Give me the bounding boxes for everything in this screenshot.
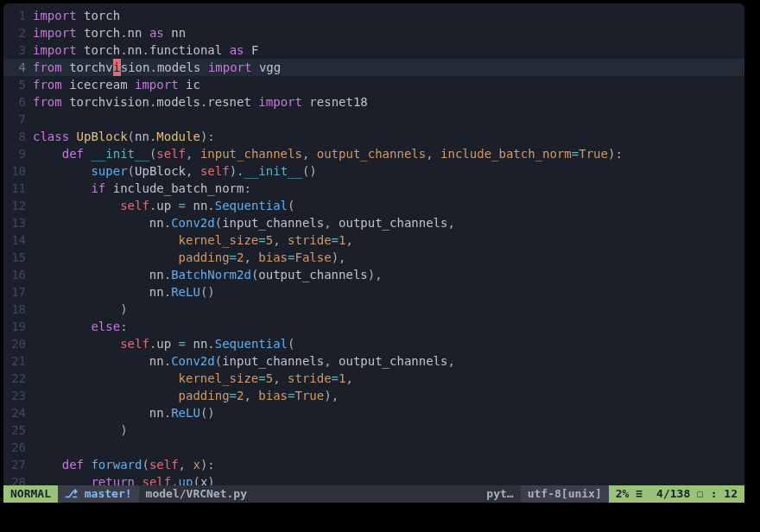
token: self: [120, 337, 149, 351]
line-content[interactable]: else:: [33, 318, 128, 335]
token: .: [164, 216, 171, 230]
token: =: [230, 250, 237, 264]
line-content[interactable]: nn.ReLU(): [33, 283, 215, 301]
line-content[interactable]: from torchvision.models.resnet import re…: [33, 93, 368, 111]
line-content[interactable]: from icecream import ic: [33, 76, 200, 93]
line-content[interactable]: def forward(self, x):: [33, 456, 215, 473]
token: [33, 389, 179, 402]
token: nn: [135, 130, 149, 143]
token: resnet: [207, 95, 258, 109]
code-line[interactable]: 24 nn.ReLU(): [3, 404, 744, 421]
token: ,: [345, 233, 352, 247]
line-content[interactable]: ): [33, 301, 128, 318]
token: True: [294, 389, 324, 402]
line-content[interactable]: if include_batch_norm:: [33, 180, 251, 197]
code-line[interactable]: 27 def forward(self, x):: [3, 456, 744, 473]
code-line[interactable]: 8class UpBlock(nn.Module):: [3, 128, 744, 145]
token: [33, 285, 149, 299]
code-line[interactable]: 16 nn.BatchNorm2d(output_channels),: [3, 266, 744, 283]
token: stride: [288, 371, 332, 385]
command-line[interactable]: [3, 503, 744, 518]
status-filename: model/VRCNet.py: [139, 485, 480, 503]
code-line[interactable]: 20 self.up = nn.Sequential(: [3, 335, 744, 352]
token: nn: [128, 26, 149, 40]
code-line[interactable]: 15 padding=2, bias=False),: [3, 249, 744, 266]
code-line[interactable]: 6from torchvision.models.resnet import r…: [3, 93, 744, 111]
line-content[interactable]: padding=2, bias=False),: [33, 249, 346, 266]
line-content[interactable]: super(UpBlock, self).__init__(): [33, 162, 317, 180]
token: False: [294, 250, 331, 264]
token: BatchNorm2d: [171, 268, 251, 282]
code-line[interactable]: 26: [3, 439, 744, 456]
line-number: 9: [3, 145, 33, 162]
code-line[interactable]: 18 ): [3, 301, 744, 318]
line-number: 15: [3, 249, 33, 266]
token: output_channels: [317, 147, 426, 161]
line-content[interactable]: import torch.nn as nn: [33, 24, 186, 41]
line-content[interactable]: self.up = nn.Sequential(: [33, 335, 295, 352]
code-line[interactable]: 14 kernel_size=5, stride=1,: [3, 231, 744, 249]
token: self: [156, 147, 186, 161]
code-line[interactable]: 23 padding=2, bias=True),: [3, 387, 744, 404]
token: [33, 233, 179, 247]
line-content[interactable]: nn.ReLU(): [33, 404, 215, 421]
token: ,: [273, 371, 288, 385]
token: self: [120, 199, 149, 212]
code-line[interactable]: 25 ): [3, 421, 744, 439]
token: .: [207, 337, 214, 351]
token: icecream: [69, 78, 135, 92]
code-line[interactable]: 10 super(UpBlock, self).__init__(): [3, 162, 744, 180]
code-line[interactable]: 9 def __init__(self, input_channels, out…: [3, 145, 744, 162]
token: torchvision: [69, 95, 149, 109]
code-line[interactable]: 1import torch: [3, 7, 744, 24]
line-content[interactable]: import torch.nn.functional as F: [33, 41, 258, 59]
line-number: 19: [3, 318, 33, 335]
token: :: [244, 181, 250, 195]
token: nn: [193, 199, 207, 212]
token: nn: [149, 216, 164, 230]
line-number: 11: [3, 180, 33, 197]
token: =: [179, 337, 193, 351]
token: Conv2d: [171, 354, 215, 368]
code-line[interactable]: 19 else:: [3, 318, 744, 335]
line-content[interactable]: kernel_size=5, stride=1,: [33, 231, 353, 249]
status-mode: NORMAL: [3, 485, 58, 503]
line-content[interactable]: padding=2, bias=True),: [33, 387, 339, 404]
code-line[interactable]: 12 self.up = nn.Sequential(: [3, 197, 744, 214]
line-content[interactable]: nn.Conv2d(input_channels, output_channel…: [33, 214, 455, 231]
token: (: [215, 354, 222, 368]
line-content[interactable]: nn.Conv2d(input_channels, output_channel…: [33, 352, 455, 370]
code-line[interactable]: 2import torch.nn as nn: [3, 24, 744, 41]
token: kernel_size: [179, 371, 259, 385]
line-content[interactable]: self.up = nn.Sequential(: [33, 197, 295, 214]
token: bias: [258, 389, 288, 402]
line-content[interactable]: import torch: [33, 7, 120, 24]
token: functional: [149, 43, 230, 57]
token: [33, 337, 120, 351]
code-line[interactable]: 3import torch.nn.functional as F: [3, 41, 744, 59]
line-content[interactable]: ): [33, 421, 128, 439]
token: (: [142, 458, 149, 472]
line-content[interactable]: def __init__(self, input_channels, outpu…: [33, 145, 623, 162]
status-position: 4/138 ☐ : 12: [649, 485, 744, 503]
code-line[interactable]: 11 if include_batch_norm:: [3, 180, 744, 197]
token: kernel_size: [179, 233, 259, 247]
line-content[interactable]: nn.BatchNorm2d(output_channels),: [33, 266, 383, 283]
token: nn: [149, 268, 164, 282]
token: if: [91, 181, 112, 195]
code-line[interactable]: 7: [3, 111, 744, 128]
code-buffer[interactable]: 1import torch2import torch.nn as nn3impo…: [3, 3, 744, 491]
token: ,: [339, 250, 345, 264]
line-content[interactable]: kernel_size=5, stride=1,: [33, 370, 353, 387]
token: bias: [258, 250, 288, 264]
code-line[interactable]: 22 kernel_size=5, stride=1,: [3, 370, 744, 387]
code-line[interactable]: 5from icecream import ic: [3, 76, 744, 93]
code-line[interactable]: 4from torchvision.models import vgg: [3, 59, 744, 76]
line-content[interactable]: class UpBlock(nn.Module):: [33, 128, 215, 145]
line-content[interactable]: from torchvision.models import vgg: [33, 59, 281, 76]
token: [33, 371, 179, 385]
code-line[interactable]: 21 nn.Conv2d(input_channels, output_chan…: [3, 352, 744, 370]
branch-name: master!: [85, 487, 132, 500]
code-line[interactable]: 17 nn.ReLU(): [3, 283, 744, 301]
code-line[interactable]: 13 nn.Conv2d(input_channels, output_chan…: [3, 214, 744, 231]
